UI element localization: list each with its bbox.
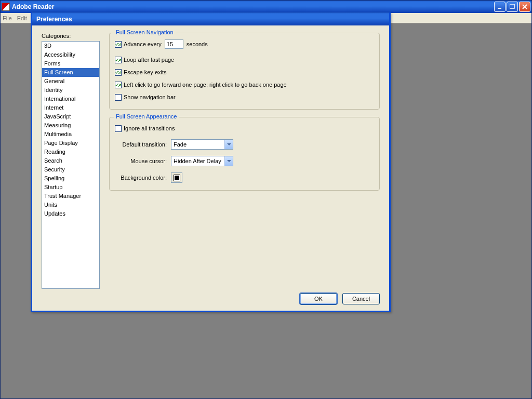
category-item[interactable]: Startup — [42, 183, 99, 192]
category-item[interactable]: Spelling — [42, 174, 99, 183]
category-item[interactable]: Measuring — [42, 121, 99, 130]
default-transition-select[interactable]: Fade — [171, 139, 233, 150]
loop-checkbox[interactable] — [115, 57, 122, 63]
category-item[interactable]: 3D — [42, 42, 99, 50]
category-item[interactable]: Search — [42, 156, 99, 165]
full-screen-navigation-group: Full Screen Navigation Advance every sec… — [109, 33, 380, 110]
ignore-transitions-label: Ignore all transitions — [124, 125, 175, 131]
category-list[interactable]: 3DAccessibilityFormsFull ScreenGeneralId… — [42, 41, 100, 289]
loop-label: Loop after last page — [124, 57, 174, 63]
app-icon — [2, 3, 10, 11]
full-screen-appearance-group: Full Screen Appearance Ignore all transi… — [109, 117, 380, 191]
category-item[interactable]: International — [42, 95, 99, 103]
close-button[interactable] — [519, 2, 530, 12]
chevron-down-icon — [224, 140, 233, 149]
categories-label: Categories: — [42, 33, 100, 39]
category-item[interactable]: Identity — [42, 86, 99, 95]
maximize-button[interactable] — [507, 2, 518, 12]
category-item[interactable]: Units — [42, 201, 99, 209]
escape-label: Escape key exits — [124, 69, 167, 75]
category-item[interactable]: Full Screen — [42, 68, 99, 77]
app-title: Adobe Reader — [12, 3, 54, 10]
dialog-titlebar: Preferences — [32, 12, 389, 25]
dialog-body: Categories: 3DAccessibilityFormsFull Scr… — [32, 25, 389, 311]
group-legend: Full Screen Appearance — [114, 113, 179, 119]
category-item[interactable]: JavaScript — [42, 112, 99, 121]
svg-rect-0 — [498, 8, 501, 9]
group-legend: Full Screen Navigation — [114, 29, 176, 35]
color-swatch-inner — [174, 175, 180, 181]
ok-button[interactable]: OK — [300, 293, 337, 304]
app-titlebar: Adobe Reader — [1, 1, 531, 13]
menu-file[interactable]: File — [3, 15, 12, 21]
seconds-label: seconds — [187, 41, 208, 47]
dialog-button-row: OK Cancel — [42, 289, 380, 305]
cancel-button[interactable]: Cancel — [342, 293, 380, 304]
advance-every-checkbox[interactable] — [115, 41, 122, 48]
advance-every-label: Advance every — [124, 41, 162, 47]
category-item[interactable]: Accessibility — [42, 50, 99, 59]
chevron-down-icon — [224, 156, 233, 166]
background-color-picker[interactable] — [171, 172, 182, 183]
escape-checkbox[interactable] — [115, 69, 122, 76]
category-item[interactable]: Forms — [42, 59, 99, 68]
mouse-cursor-label: Mouse cursor: — [115, 158, 167, 164]
advance-seconds-input[interactable] — [165, 39, 183, 49]
category-item[interactable]: Multimedia — [42, 130, 99, 139]
preferences-dialog: Preferences Categories: 3DAccessibilityF… — [31, 12, 391, 312]
dialog-title: Preferences — [36, 16, 72, 23]
category-item[interactable]: General — [42, 77, 99, 86]
background-color-label: Background color: — [115, 175, 167, 181]
category-item[interactable]: Internet — [42, 103, 99, 112]
category-item[interactable]: Page Display — [42, 139, 99, 148]
category-item[interactable]: Updates — [42, 209, 99, 218]
default-transition-label: Default transition: — [115, 141, 167, 148]
mouse-cursor-select[interactable]: Hidden After Delay — [171, 156, 233, 166]
select-value: Fade — [174, 141, 187, 148]
click-nav-label: Left click to go forward one page; right… — [124, 82, 287, 88]
menu-edit[interactable]: Edit — [17, 15, 27, 21]
click-nav-checkbox[interactable] — [115, 82, 122, 88]
svg-rect-1 — [510, 4, 514, 8]
category-item[interactable]: Trust Manager — [42, 192, 99, 201]
category-item[interactable]: Reading — [42, 148, 99, 156]
show-navbar-label: Show navigation bar — [124, 94, 176, 100]
ignore-transitions-checkbox[interactable] — [115, 125, 122, 132]
select-value: Hidden After Delay — [174, 158, 221, 164]
category-item[interactable]: Security — [42, 165, 99, 174]
minimize-button[interactable] — [494, 2, 506, 12]
show-navbar-checkbox[interactable] — [115, 94, 122, 101]
